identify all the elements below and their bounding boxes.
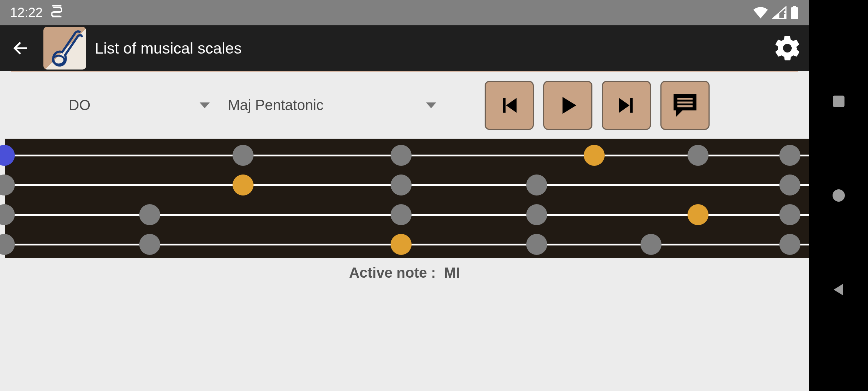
svg-point-4 [53,56,64,64]
active-note-display: Active note : MI [0,265,809,281]
fret-dot[interactable] [0,145,15,166]
active-note-value: MI [444,265,460,281]
scale-select-value: Maj Pentatonic [228,97,324,113]
playback-buttons [485,81,710,130]
fret-dot[interactable] [233,145,254,166]
nav-back-button[interactable] [828,279,850,300]
chevron-down-icon [426,102,436,108]
fret-dot[interactable] [233,175,254,196]
fret-dot[interactable] [0,234,15,255]
svg-rect-7 [677,105,693,107]
battery-icon [790,5,799,20]
note-select-value: DO [69,97,90,113]
fret-dot[interactable] [391,234,412,255]
fret-dot[interactable] [0,175,15,196]
svg-point-9 [833,189,845,202]
fret-dot[interactable] [526,175,547,196]
app-icon [43,27,86,70]
nav-home-button[interactable] [828,185,850,206]
note-select[interactable]: DO [69,89,228,122]
controls-row: DO Maj Pentatonic [0,72,809,139]
fret-dot[interactable] [584,145,605,166]
scale-select[interactable]: Maj Pentatonic [228,89,452,122]
status-right [753,5,799,20]
wifi-icon [753,6,769,19]
status-left: 12:22 [10,4,62,22]
fret-dot[interactable] [391,204,412,225]
fret-dot[interactable] [391,145,412,166]
svg-point-1 [784,11,786,13]
fret-dot[interactable] [139,234,160,255]
svg-rect-6 [677,101,693,103]
fret-dot[interactable] [526,204,547,225]
svg-rect-2 [791,7,798,19]
clock: 12:22 [10,5,43,20]
fret-dot[interactable] [779,175,800,196]
fret-dot[interactable] [688,145,709,166]
svg-rect-5 [677,98,693,100]
fret-dot[interactable] [688,204,709,225]
fret-dot[interactable] [526,234,547,255]
app-toolbar: List of musical scales [0,25,809,71]
status-app-indicator-icon [51,4,62,22]
app-root: 12:22 [0,0,809,391]
previous-button[interactable] [485,81,534,130]
comment-button[interactable] [660,81,710,130]
back-button[interactable] [7,34,35,62]
next-button[interactable] [602,81,651,130]
status-bar: 12:22 [0,0,809,25]
svg-rect-3 [793,6,796,8]
fretboard[interactable] [5,139,809,258]
system-nav-bar [809,0,868,391]
settings-button[interactable] [773,34,802,63]
nav-recent-button[interactable] [828,91,850,112]
svg-rect-0 [784,14,786,19]
fret-dot[interactable] [779,204,800,225]
signal-icon [772,6,787,19]
chevron-down-icon [200,102,210,108]
play-button[interactable] [543,81,592,130]
main-content: DO Maj Pentatonic [0,71,809,391]
fret-dot[interactable] [641,234,661,255]
fret-dot[interactable] [139,204,160,225]
fret-dot[interactable] [779,234,800,255]
active-note-label: Active note : [349,265,436,281]
fret-dot[interactable] [779,145,800,166]
fret-dot[interactable] [0,204,15,225]
svg-rect-8 [833,96,844,107]
fretboard-container [0,139,809,258]
page-title: List of musical scales [95,39,764,57]
fret-dot[interactable] [391,175,412,196]
